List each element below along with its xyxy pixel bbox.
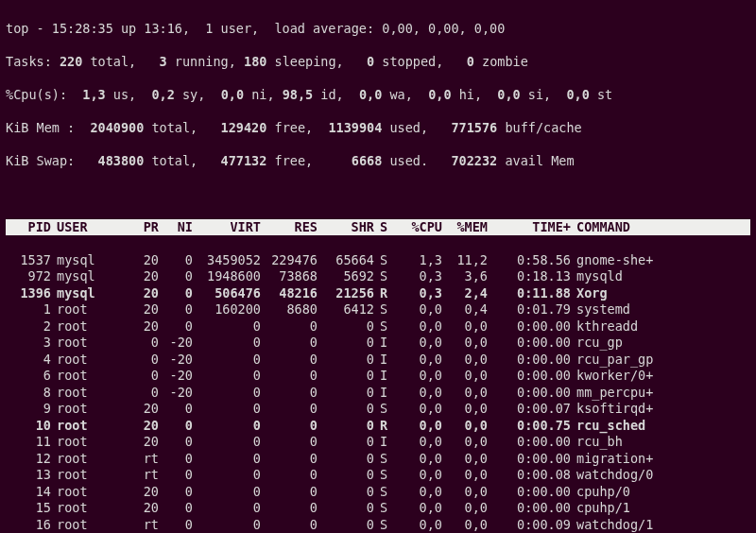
cell-user: root: [51, 451, 125, 468]
cell-pid: 1: [6, 301, 51, 318]
process-row[interactable]: 14root200000S0,00,00:00.00cpuhp/0: [6, 484, 750, 501]
cell-mem: 0,0: [442, 352, 488, 369]
col-s[interactable]: S: [374, 219, 397, 236]
process-row[interactable]: 972mysql2001948600738685692S0,33,60:18.1…: [6, 268, 750, 285]
cell-time: 0:00.00: [488, 500, 571, 517]
cell-virt: 0: [193, 418, 261, 435]
cell-time: 0:00.08: [488, 467, 571, 484]
col-pid[interactable]: PID: [6, 219, 51, 236]
cell-user: root: [51, 352, 125, 369]
cell-mem: 0,4: [442, 301, 488, 318]
cell-mem: 0,0: [442, 401, 488, 418]
cell-cpu: 0,0: [397, 484, 442, 501]
cell-virt: 0: [193, 451, 261, 468]
process-row[interactable]: 10root200000R0,00,00:00.75rcu_sched: [6, 418, 750, 435]
process-row[interactable]: 6root0-20000I0,00,00:00.00kworker/0+: [6, 368, 750, 385]
process-row[interactable]: 1537mysql200345905222947665664S1,311,20:…: [6, 252, 750, 269]
cell-pid: 3: [6, 335, 51, 352]
col-user[interactable]: USER: [51, 219, 125, 236]
cell-ni: 0: [159, 401, 193, 418]
col-mem[interactable]: %MEM: [442, 219, 488, 236]
cell-cmd: rcu_gp: [571, 335, 690, 352]
process-row[interactable]: 9root200000S0,00,00:00.07ksoftirqd+: [6, 401, 750, 418]
cell-ni: 0: [159, 301, 193, 318]
cell-pid: 1537: [6, 252, 51, 269]
process-row[interactable]: 8root0-20000I0,00,00:00.00mm_percpu+: [6, 385, 750, 402]
cell-res: 229476: [261, 252, 318, 269]
cell-pid: 13: [6, 467, 51, 484]
process-row[interactable]: 12rootrt0000S0,00,00:00.00migration+: [6, 451, 750, 468]
cell-s: I: [374, 434, 397, 451]
cell-virt: 0: [193, 352, 261, 369]
cell-user: root: [51, 385, 125, 402]
column-header-row[interactable]: PIDUSERPRNIVIRTRESSHRS%CPU%MEMTIME+COMMA…: [6, 219, 750, 236]
cell-pid: 2: [6, 318, 51, 335]
cell-user: root: [51, 500, 125, 517]
cell-cmd: watchdog/0: [571, 467, 690, 484]
cell-ni: 0: [159, 484, 193, 501]
cell-user: mysql: [51, 252, 125, 269]
cell-pr: 20: [125, 418, 159, 435]
cell-shr: 0: [318, 385, 374, 402]
cell-user: root: [51, 434, 125, 451]
cell-pr: rt: [125, 467, 159, 484]
cell-mem: 0,0: [442, 335, 488, 352]
cell-res: 0: [261, 484, 318, 501]
cell-shr: 6412: [318, 301, 374, 318]
cell-cpu: 0,0: [397, 517, 442, 534]
cell-time: 0:00.75: [488, 418, 571, 435]
process-row[interactable]: 2root200000S0,00,00:00.00kthreadd: [6, 318, 750, 335]
cell-cmd: mm_percpu+: [571, 385, 690, 402]
cell-shr: 65664: [318, 252, 374, 269]
cell-shr: 21256: [318, 285, 374, 302]
cell-virt: 0: [193, 484, 261, 501]
col-shr[interactable]: SHR: [318, 219, 374, 236]
col-ni[interactable]: NI: [159, 219, 193, 236]
cell-cpu: 0,0: [397, 368, 442, 385]
terminal[interactable]: top - 15:28:35 up 13:16, 1 user, load av…: [0, 0, 756, 533]
cell-cmd: systemd: [571, 301, 690, 318]
process-row[interactable]: 1root20016020086806412S0,00,40:01.79syst…: [6, 301, 750, 318]
cell-shr: 0: [318, 467, 374, 484]
process-row[interactable]: 15root200000S0,00,00:00.00cpuhp/1: [6, 500, 750, 517]
cell-cpu: 0,3: [397, 285, 442, 302]
col-pr[interactable]: PR: [125, 219, 159, 236]
process-list[interactable]: 1537mysql200345905222947665664S1,311,20:…: [6, 252, 750, 534]
col-cpu[interactable]: %CPU: [397, 219, 442, 236]
process-row[interactable]: 11root200000I0,00,00:00.00rcu_bh: [6, 434, 750, 451]
cell-cpu: 0,0: [397, 401, 442, 418]
cell-cmd: cpuhp/0: [571, 484, 690, 501]
cell-s: S: [374, 451, 397, 468]
cell-shr: 0: [318, 318, 374, 335]
cell-pr: 20: [125, 401, 159, 418]
cell-virt: 0: [193, 467, 261, 484]
cell-cmd: migration+: [571, 451, 690, 468]
col-virt[interactable]: VIRT: [193, 219, 261, 236]
cell-s: I: [374, 352, 397, 369]
cell-pid: 12: [6, 451, 51, 468]
process-row[interactable]: 3root0-20000I0,00,00:00.00rcu_gp: [6, 335, 750, 352]
cell-ni: 0: [159, 318, 193, 335]
cell-virt: 506476: [193, 285, 261, 302]
cell-pr: 0: [125, 368, 159, 385]
cell-res: 0: [261, 385, 318, 402]
process-row[interactable]: 1396mysql2005064764821621256R0,32,40:11.…: [6, 285, 750, 302]
cell-cpu: 1,3: [397, 252, 442, 269]
col-time[interactable]: TIME+: [488, 219, 571, 236]
col-cmd[interactable]: COMMAND: [571, 219, 690, 236]
process-row[interactable]: 13rootrt0000S0,00,00:00.08watchdog/0: [6, 467, 750, 484]
process-row[interactable]: 4root0-20000I0,00,00:00.00rcu_par_gp: [6, 352, 750, 369]
cell-cpu: 0,0: [397, 500, 442, 517]
cell-mem: 0,0: [442, 385, 488, 402]
cell-cmd: Xorg: [571, 285, 690, 302]
cell-time: 0:00.09: [488, 517, 571, 534]
summary-line-cpu: %Cpu(s): 1,3 us, 0,2 sy, 0,0 ni, 98,5 id…: [6, 87, 750, 104]
cell-pr: 20: [125, 301, 159, 318]
col-res[interactable]: RES: [261, 219, 318, 236]
process-row[interactable]: 16rootrt0000S0,00,00:00.09watchdog/1: [6, 517, 750, 534]
cell-cpu: 0,0: [397, 418, 442, 435]
cell-ni: -20: [159, 385, 193, 402]
cell-res: 0: [261, 434, 318, 451]
cell-pr: 0: [125, 385, 159, 402]
cell-virt: 0: [193, 385, 261, 402]
